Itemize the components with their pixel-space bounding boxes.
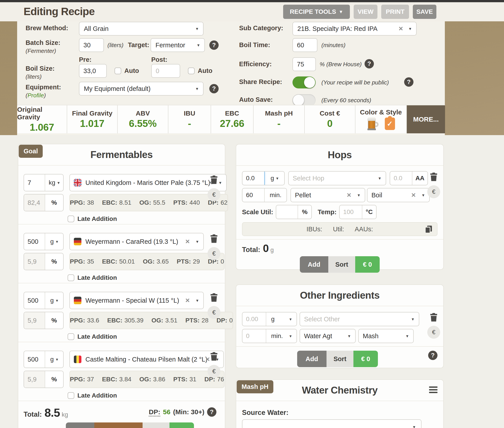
help-icon[interactable]: ?: [404, 77, 413, 87]
style-clipboard-icon[interactable]: ✓: [385, 118, 395, 130]
amount-input[interactable]: 500: [24, 233, 45, 250]
cost-button[interactable]: €: [207, 306, 220, 319]
mash-ph-badge[interactable]: Mash pH: [237, 380, 273, 393]
clear-icon[interactable]: ✕: [411, 192, 416, 199]
menu-icon[interactable]: [429, 387, 437, 393]
source-water-select[interactable]: ▾: [242, 419, 421, 428]
clear-icon[interactable]: ✕: [347, 192, 351, 199]
equipment-select[interactable]: My Equipment (default) ▾: [79, 82, 204, 96]
cost-button[interactable]: €: [207, 188, 220, 201]
cost-button[interactable]: €: [207, 247, 220, 260]
add-other-button[interactable]: Add: [297, 351, 326, 367]
fermentable-select[interactable]: United Kingdom - Maris Otter Pale (3.75 …: [69, 174, 227, 191]
help-icon[interactable]: ?: [209, 41, 219, 50]
other-amount-input[interactable]: 0.00: [242, 313, 266, 326]
unit-select[interactable]: kg▾: [45, 174, 63, 191]
clear-icon[interactable]: ✕: [398, 25, 403, 32]
fermentables-cost-button[interactable]: € 0: [170, 422, 194, 428]
view-button[interactable]: VIEW: [354, 5, 377, 19]
help-icon[interactable]: ?: [365, 59, 374, 68]
percent-input[interactable]: 5,9: [24, 253, 45, 270]
add-fermentable-button[interactable]: Add: [66, 422, 94, 428]
amount-input[interactable]: 500: [24, 292, 45, 309]
clear-icon[interactable]: ✕: [185, 238, 190, 245]
add-hop-button[interactable]: Add: [300, 256, 328, 273]
profile-link[interactable]: Profile: [28, 92, 44, 99]
amount-input[interactable]: 500: [24, 351, 45, 368]
post-auto-checkbox[interactable]: [188, 67, 195, 74]
delete-button[interactable]: [428, 171, 439, 183]
cost-button[interactable]: €: [427, 326, 440, 339]
auto-save-toggle[interactable]: [292, 94, 316, 106]
late-addition-checkbox[interactable]: [68, 274, 74, 281]
delete-button[interactable]: [428, 312, 439, 323]
add-custom-fermentable-button[interactable]: Add Custom: [94, 422, 143, 428]
other-time-unit-select[interactable]: min.▾: [266, 329, 297, 343]
fermentable-select[interactable]: Weyermann - CaraRed (19.3 °L) ✕ ▾: [69, 233, 204, 250]
pre-boil-input[interactable]: 33,0: [79, 64, 107, 78]
copy-icon[interactable]: [424, 225, 433, 235]
post-boil-input[interactable]: 0: [151, 64, 180, 78]
help-icon[interactable]: ?: [209, 84, 219, 93]
percent-input[interactable]: 5,9: [24, 312, 45, 329]
recipe-tools-button[interactable]: RECIPE TOOLS ▼: [283, 5, 350, 19]
scale-util-input[interactable]: [276, 205, 298, 219]
other-time-input[interactable]: 0: [242, 329, 266, 343]
late-addition-checkbox[interactable]: [68, 392, 74, 399]
stat-label: Original Gravity: [17, 106, 67, 121]
hop-use-select[interactable]: Boil ✕ ▾: [367, 188, 430, 202]
fermentable-select[interactable]: Weyermann - Special W (115 °L) ✕ ▾: [69, 292, 204, 309]
aaus-label: AAUs:: [355, 226, 373, 233]
brew-method-select[interactable]: All Grain ▾: [79, 22, 204, 36]
other-unit-select[interactable]: g▾: [266, 313, 297, 326]
late-addition-checkbox[interactable]: [68, 333, 74, 340]
percent-input[interactable]: 82,4: [24, 194, 45, 211]
hop-amount-input[interactable]: 0.0: [242, 172, 265, 185]
delete-button[interactable]: [209, 351, 219, 362]
unit-select[interactable]: g▾: [45, 233, 63, 250]
other-cost-button[interactable]: € 0: [353, 351, 378, 367]
hop-aa-input[interactable]: 0.0: [390, 172, 412, 185]
other-select[interactable]: Select Other ▾: [299, 312, 419, 326]
fermentable-select[interactable]: Castle Malting - Chateau Pilsen Malt (2 …: [69, 351, 224, 368]
share-recipe-toggle[interactable]: [292, 76, 316, 89]
unit-select[interactable]: g▾: [45, 292, 63, 309]
hops-buttons: Add Sort € 0: [300, 256, 380, 273]
help-icon[interactable]: ?: [428, 351, 437, 360]
more-stats-button[interactable]: MORE...: [407, 105, 445, 133]
delete-button[interactable]: [209, 292, 219, 303]
unit-select[interactable]: g▾: [45, 351, 63, 368]
target-select[interactable]: Fermentor ▾: [151, 38, 205, 52]
efficiency-input[interactable]: 75: [292, 57, 316, 71]
clear-icon[interactable]: ✕: [185, 297, 190, 304]
sub-category-select[interactable]: 21B. Specialty IPA: Red IPA ✕ ▾: [292, 22, 417, 36]
temp-input[interactable]: 100: [340, 205, 362, 219]
hops-cost-button[interactable]: € 0: [355, 256, 380, 273]
delete-button[interactable]: [209, 174, 219, 186]
hop-select[interactable]: Select Hop ▾: [288, 171, 386, 185]
delete-button[interactable]: [209, 233, 219, 244]
stat-key: PPG:: [70, 376, 85, 383]
save-button[interactable]: SAVE: [413, 5, 436, 19]
batch-size-input[interactable]: 30: [79, 38, 104, 52]
other-use-select[interactable]: Mash ▾: [358, 329, 414, 343]
beer-mug-icon[interactable]: [367, 117, 379, 130]
goal-badge[interactable]: Goal: [19, 145, 43, 158]
pre-auto-checkbox[interactable]: [115, 67, 121, 74]
other-type-select[interactable]: Water Agt ▾: [299, 329, 356, 343]
boil-time-input[interactable]: 60: [292, 38, 317, 52]
sort-hops-button[interactable]: Sort: [328, 256, 355, 273]
late-addition-checkbox[interactable]: [68, 215, 74, 222]
sort-other-button[interactable]: Sort: [326, 351, 353, 367]
cost-button[interactable]: €: [207, 365, 220, 378]
print-button[interactable]: PRINT: [381, 5, 409, 19]
stat-key: EBC:: [102, 258, 117, 265]
amount-input[interactable]: 7: [24, 174, 45, 191]
sort-fermentables-button[interactable]: Sort: [143, 422, 170, 428]
help-icon[interactable]: ?: [207, 407, 216, 417]
hop-unit-select[interactable]: g▾: [265, 172, 284, 185]
hop-time-input[interactable]: 60: [242, 189, 265, 202]
hop-type-select[interactable]: Pellet ✕ ▾: [290, 188, 365, 202]
percent-input[interactable]: 5,9: [24, 371, 45, 387]
cost-button[interactable]: €: [427, 185, 440, 198]
